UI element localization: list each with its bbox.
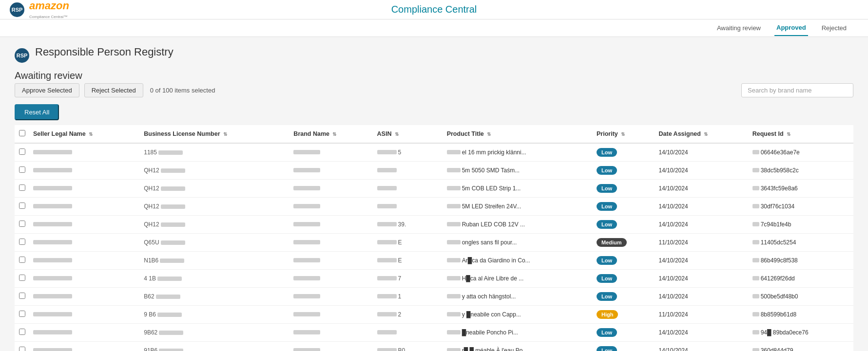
table-row: QH12 5m 5050 SMD Taśm... Low 14/10/2024 <box>15 162 853 180</box>
cell-seller <box>29 198 140 216</box>
approve-selected-button[interactable]: Approve Selected <box>15 83 79 97</box>
reject-selected-button[interactable]: Reject Selected <box>84 83 143 97</box>
cell-product-title: Ar█ca da Giardino in Co... <box>443 252 593 270</box>
toolbar: Approve Selected Reject Selected 0 of 10… <box>0 83 868 102</box>
table-row: QH12 39. Ruban LED COB 12V ... Low 14/10… <box>15 216 853 234</box>
cell-asin <box>373 180 443 198</box>
cell-brand <box>289 342 373 351</box>
row-checkbox[interactable] <box>19 148 25 155</box>
row-checkbox-cell[interactable] <box>15 162 29 180</box>
reset-row: Reset All <box>0 102 868 125</box>
col-business-license[interactable]: Business License Number ⇅ <box>140 125 289 143</box>
col-asin[interactable]: ASIN ⇅ <box>373 125 443 143</box>
cell-priority: Medium <box>593 234 655 252</box>
cell-date: 14/10/2024 <box>655 288 749 306</box>
cell-asin: 1 <box>373 288 443 306</box>
cell-asin <box>373 198 443 216</box>
sort-license-icon: ⇅ <box>223 131 227 137</box>
row-checkbox[interactable] <box>19 257 25 263</box>
cell-date: 14/10/2024 <box>655 342 749 351</box>
row-checkbox[interactable] <box>19 275 25 281</box>
cell-seller <box>29 162 140 180</box>
cell-request-id: 641269f26dd <box>749 270 853 288</box>
row-checkbox-cell[interactable] <box>15 198 29 216</box>
sort-asin-icon: ⇅ <box>395 131 399 137</box>
cell-request-id: 86b499c8f538 <box>749 252 853 270</box>
col-date-assigned[interactable]: Date Assigned ⇅ <box>655 125 749 143</box>
select-all-header[interactable] <box>15 125 29 143</box>
reset-all-button[interactable]: Reset All <box>15 104 59 120</box>
cell-date: 14/10/2024 <box>655 143 749 162</box>
row-checkbox-cell[interactable] <box>15 306 29 324</box>
amazon-logo-text: amazon Compliance Central™ <box>29 0 69 19</box>
row-checkbox[interactable] <box>19 329 25 335</box>
table-row: QH12 5M LED Streifen 24V... Low 14/10/20… <box>15 198 853 216</box>
row-checkbox[interactable] <box>19 166 25 173</box>
row-checkbox[interactable] <box>19 311 25 317</box>
logo-area: RSP amazon Compliance Central™ <box>10 0 69 19</box>
priority-badge: Low <box>597 256 617 265</box>
cell-brand <box>289 180 373 198</box>
row-checkbox[interactable] <box>19 347 25 351</box>
row-checkbox-cell[interactable] <box>15 234 29 252</box>
cell-request-id: 8b8599b61d8 <box>749 306 853 324</box>
cell-date: 11/10/2024 <box>655 234 749 252</box>
cell-brand <box>289 198 373 216</box>
row-checkbox-cell[interactable] <box>15 143 29 162</box>
cell-brand <box>289 306 373 324</box>
priority-badge: Low <box>597 148 617 157</box>
cell-priority: Low <box>593 162 655 180</box>
page-logo-icon: RSP <box>15 48 29 63</box>
row-checkbox[interactable] <box>19 203 25 209</box>
nav-awaiting-review[interactable]: Awaiting review <box>715 20 763 36</box>
col-request-id[interactable]: Request Id ⇅ <box>749 125 853 143</box>
sort-product-icon: ⇅ <box>487 131 491 137</box>
table-row: 4 1B 7 H█ca al Aire Libre de ... Low 14/… <box>15 270 853 288</box>
cell-license: 9B62 <box>140 324 289 342</box>
row-checkbox-cell[interactable] <box>15 252 29 270</box>
search-input[interactable] <box>741 83 853 97</box>
cell-seller <box>29 324 140 342</box>
row-checkbox-cell[interactable] <box>15 270 29 288</box>
col-priority[interactable]: Priority ⇅ <box>593 125 655 143</box>
row-checkbox-cell[interactable] <box>15 342 29 351</box>
cell-priority: Low <box>593 324 655 342</box>
cell-priority: High <box>593 306 655 324</box>
select-all-checkbox[interactable] <box>19 130 25 136</box>
cell-seller <box>29 288 140 306</box>
cell-seller <box>29 180 140 198</box>
cell-seller <box>29 306 140 324</box>
sort-req-icon: ⇅ <box>787 131 791 137</box>
cell-seller <box>29 342 140 351</box>
compliance-central-sub: Compliance Central™ <box>29 15 67 19</box>
cell-asin: E <box>373 234 443 252</box>
cell-brand <box>289 216 373 234</box>
nav-approved[interactable]: Approved <box>774 20 808 36</box>
priority-badge: Low <box>597 184 617 193</box>
cell-asin: 5 <box>373 143 443 162</box>
page-header: RSP Responsible Person Registry <box>0 37 868 65</box>
cell-license: 1185 <box>140 143 289 162</box>
row-checkbox[interactable] <box>19 221 25 227</box>
row-checkbox-cell[interactable] <box>15 324 29 342</box>
row-checkbox[interactable] <box>19 239 25 245</box>
cell-product-title: r█ █ méable À l'eau Po... <box>443 342 593 351</box>
cell-date: 14/10/2024 <box>655 162 749 180</box>
cell-product-title: y atta och hängstol... <box>443 288 593 306</box>
items-selected-count: 0 of 100 items selected <box>150 87 215 94</box>
col-product-title[interactable]: Product Title ⇅ <box>443 125 593 143</box>
table-row: 9B62 █neabile Poncho Pi... Low 14/10/202… <box>15 324 853 342</box>
nav-rejected[interactable]: Rejected <box>820 20 849 36</box>
col-seller-legal-name[interactable]: Seller Legal Name ⇅ <box>29 125 140 143</box>
cell-date: 14/10/2024 <box>655 270 749 288</box>
row-checkbox-cell[interactable] <box>15 216 29 234</box>
row-checkbox-cell[interactable] <box>15 288 29 306</box>
sort-seller-icon: ⇅ <box>89 131 93 137</box>
row-checkbox[interactable] <box>19 293 25 299</box>
cell-product-title: el 16 mm prickig klänni... <box>443 143 593 162</box>
row-checkbox-cell[interactable] <box>15 180 29 198</box>
cell-asin: 2 <box>373 306 443 324</box>
row-checkbox[interactable] <box>19 185 25 191</box>
col-brand-name[interactable]: Brand Name ⇅ <box>289 125 373 143</box>
priority-badge: Low <box>597 346 617 351</box>
